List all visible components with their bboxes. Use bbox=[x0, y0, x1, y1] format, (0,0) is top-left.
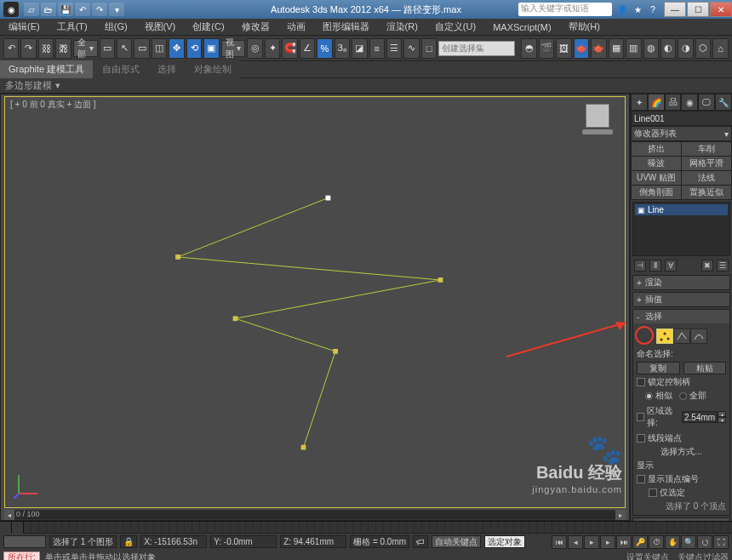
tool-d-icon[interactable]: ◐ bbox=[661, 38, 676, 59]
menu-create[interactable]: 创建(C) bbox=[187, 19, 229, 35]
spinner-down-icon[interactable]: ▾ bbox=[718, 417, 726, 423]
rollout-rendering-header[interactable]: +渲染 bbox=[633, 276, 729, 289]
maxscript-mini-listener[interactable] bbox=[3, 535, 46, 548]
rotate-icon[interactable]: ⟲ bbox=[186, 38, 202, 59]
object-name-input[interactable] bbox=[631, 111, 732, 126]
menu-edit[interactable]: 编辑(E) bbox=[3, 19, 45, 35]
time-slider[interactable]: ◂ 0 / 100 ▸ bbox=[4, 510, 626, 520]
timeslider-prev-icon[interactable]: ◂ bbox=[4, 510, 14, 520]
tool-c-icon[interactable]: ◍ bbox=[643, 38, 659, 59]
keyfilters-button[interactable]: 关键点过滤器 bbox=[678, 551, 729, 560]
coord-x[interactable]: X: -15166.53n bbox=[140, 535, 207, 548]
scale-icon[interactable]: ▣ bbox=[203, 38, 219, 59]
render-setup-icon[interactable]: 🎬 bbox=[539, 38, 554, 59]
next-frame-icon[interactable]: ▸ bbox=[600, 535, 615, 549]
radio-all[interactable]: 全部 bbox=[679, 390, 706, 402]
menu-maxscript[interactable]: MAXScript(M) bbox=[488, 20, 556, 34]
unique-icon[interactable]: ∀ bbox=[665, 260, 677, 271]
trackbar-toggle-icon[interactable] bbox=[0, 522, 12, 534]
nav-maximize-icon[interactable]: ⛶ bbox=[713, 535, 729, 549]
autokey-button[interactable]: 自动关键点 bbox=[432, 535, 481, 548]
prev-frame-icon[interactable]: ◂ bbox=[568, 535, 583, 549]
snap-icon[interactable]: 🧲 bbox=[282, 38, 297, 59]
schematic-icon[interactable]: □ bbox=[421, 38, 437, 59]
viewport[interactable]: [ + 0 前 0 真实 + 边面 ] bbox=[4, 96, 626, 508]
menu-tools[interactable]: 工具(T) bbox=[52, 19, 93, 35]
rollout-interpolation-header[interactable]: +插值 bbox=[633, 293, 729, 306]
spinner-snap-icon[interactable]: 3ₐ bbox=[335, 38, 350, 59]
qat-open-icon[interactable]: 🗁 bbox=[41, 3, 56, 16]
percent-snap-icon[interactable]: % bbox=[317, 38, 332, 59]
stack-item-line[interactable]: ▣Line bbox=[635, 204, 728, 215]
select-arrow-icon[interactable]: ↖ bbox=[117, 38, 132, 59]
help-icon[interactable]: ? bbox=[646, 3, 660, 16]
ribbon-panel-label[interactable]: 多边形建模 bbox=[5, 79, 52, 92]
mod-normal-button[interactable]: 法线 bbox=[682, 171, 731, 185]
radio-similar[interactable]: 相似 bbox=[645, 390, 672, 402]
undo-icon[interactable]: ↶ bbox=[3, 38, 19, 59]
menu-views[interactable]: 视图(V) bbox=[140, 19, 181, 35]
trackbar-minicurve-icon[interactable] bbox=[12, 522, 24, 534]
paste-button[interactable]: 粘贴 bbox=[683, 362, 727, 374]
coord-z[interactable]: Z: 94.461mm bbox=[280, 535, 346, 548]
rollout-selection-header[interactable]: -选择 bbox=[633, 310, 729, 323]
link-icon[interactable]: ⛓ bbox=[38, 38, 54, 59]
ribbon-tab-paint[interactable]: 对象绘制 bbox=[186, 60, 240, 78]
tool-f-icon[interactable]: ⬡ bbox=[695, 38, 711, 59]
ribbon-expand-icon[interactable]: ▾ bbox=[55, 80, 60, 91]
selection-filter[interactable]: 全部 ▾ bbox=[73, 40, 98, 57]
configure-icon[interactable]: ☰ bbox=[717, 260, 729, 271]
segment-end-checkbox[interactable]: 线段端点 bbox=[637, 432, 726, 444]
help-search[interactable]: 输入关键字或短语 bbox=[518, 3, 612, 16]
mod-noise-button[interactable]: 噪波 bbox=[632, 157, 681, 170]
pivot-icon[interactable]: ◎ bbox=[247, 38, 262, 59]
select-by-button[interactable]: 选择方式... bbox=[654, 446, 708, 458]
tab-utilities-icon[interactable]: 🔧 bbox=[715, 94, 732, 111]
menu-grapheditors[interactable]: 图形编辑器 bbox=[317, 19, 375, 35]
select-region-icon[interactable]: ▭ bbox=[134, 38, 149, 59]
keyfilter-dropdown[interactable]: 选定对象 bbox=[484, 535, 525, 548]
area-select-checkbox[interactable]: 区域选择: bbox=[637, 405, 678, 429]
script-status[interactable]: 所在行: bbox=[3, 551, 40, 560]
setkey-button[interactable]: 设置关键点 bbox=[626, 551, 669, 560]
qat-redo-icon[interactable]: ↷ bbox=[92, 3, 107, 16]
menu-help[interactable]: 帮助(H) bbox=[563, 19, 605, 35]
mod-bevelprofile-button[interactable]: 倒角剖面 bbox=[632, 186, 681, 199]
coord-y[interactable]: Y: -0.0mm bbox=[210, 535, 277, 548]
redo-icon[interactable]: ↷ bbox=[20, 38, 36, 59]
menu-rendering[interactable]: 渲染(R) bbox=[381, 19, 423, 35]
rendered-frame-icon[interactable]: 🖼 bbox=[556, 38, 571, 59]
menu-group[interactable]: 组(G) bbox=[100, 19, 133, 35]
trackbar-ruler[interactable] bbox=[24, 522, 732, 533]
qat-new-icon[interactable]: ▱ bbox=[24, 3, 39, 16]
menu-customize[interactable]: 自定义(U) bbox=[430, 19, 481, 35]
layers-icon[interactable]: ☰ bbox=[386, 38, 402, 59]
tool-e-icon[interactable]: ◑ bbox=[678, 38, 693, 59]
material-editor-icon[interactable]: ◓ bbox=[521, 38, 536, 59]
timeslider-next-icon[interactable]: ▸ bbox=[615, 510, 626, 520]
timeslider-track[interactable]: 0 / 100 bbox=[14, 511, 615, 519]
menu-animation[interactable]: 动画 bbox=[282, 19, 311, 35]
mod-meshsmooth-button[interactable]: 网格平滑 bbox=[682, 157, 731, 170]
mirror-icon[interactable]: ◪ bbox=[352, 38, 367, 59]
mod-dispapprox-button[interactable]: 置换近似 bbox=[682, 186, 731, 199]
select-window-icon[interactable]: ◫ bbox=[152, 38, 167, 59]
tool-a-icon[interactable]: ▦ bbox=[609, 38, 624, 59]
qat-undo-icon[interactable]: ↶ bbox=[75, 3, 90, 16]
lock-selection-icon[interactable]: 🔒 bbox=[120, 535, 137, 548]
tool-g-icon[interactable]: ⌂ bbox=[712, 38, 728, 59]
quick-render-icon[interactable]: 🫖 bbox=[591, 38, 606, 59]
key-mode-icon[interactable]: 🔑 bbox=[632, 535, 648, 549]
nav-pan-icon[interactable]: ✋ bbox=[665, 535, 680, 549]
modifier-list-dropdown[interactable]: 修改器列表 ▾ bbox=[631, 126, 732, 141]
signin-icon[interactable]: 👤 bbox=[615, 3, 629, 16]
track-bar[interactable] bbox=[0, 521, 732, 533]
align-icon[interactable]: ≡ bbox=[369, 38, 385, 59]
selected-only-checkbox[interactable]: 仅选定 bbox=[649, 487, 726, 499]
minimize-button[interactable]: — bbox=[664, 2, 686, 17]
viewcube[interactable] bbox=[580, 104, 615, 138]
tab-modify-icon[interactable]: 🌈 bbox=[648, 94, 665, 111]
app-icon[interactable]: ◉ bbox=[3, 2, 19, 17]
subobject-vertex-button[interactable] bbox=[656, 329, 673, 344]
tool-b-icon[interactable]: ▥ bbox=[626, 38, 641, 59]
